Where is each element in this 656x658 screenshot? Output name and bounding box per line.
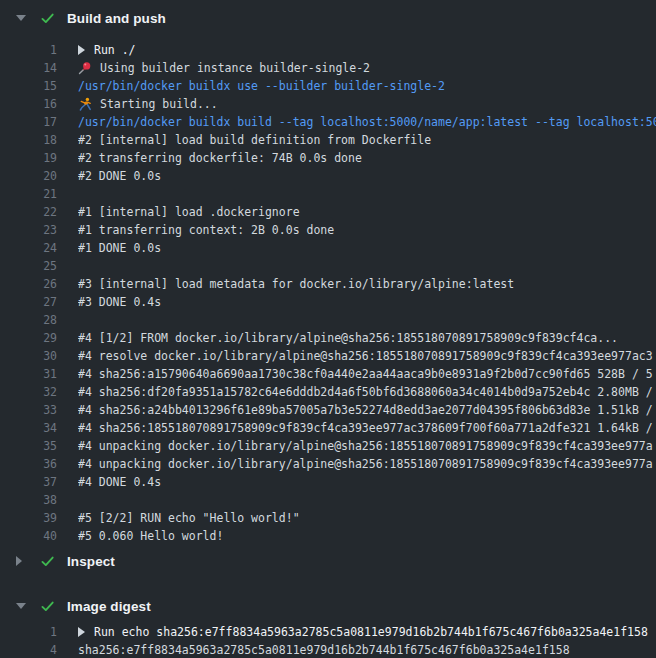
line-text: #4 unpacking docker.io/library/alpine@sh… [78, 439, 653, 453]
line-number: 21 [0, 187, 57, 201]
line-number: 14 [0, 61, 57, 75]
log-line[interactable]: 26#3 [internal] load metadata for docker… [0, 275, 656, 293]
line-text: Starting build... [100, 97, 218, 111]
line-number: 27 [0, 295, 57, 309]
log-section-build-and-push: Build and push 1Run ./14Using builder in… [0, 6, 656, 545]
log-line[interactable]: 16Starting build... [0, 95, 656, 113]
line-content: #3 DONE 0.4s [78, 295, 656, 309]
log-line[interactable]: 1Run ./ [0, 41, 656, 59]
line-content: #4 sha256:a15790640a6690aa1730c38cf0a440… [78, 367, 656, 381]
line-content: #5 0.060 Hello world! [78, 529, 656, 543]
log-line[interactable]: 22#1 [internal] load .dockerignore [0, 203, 656, 221]
log-line[interactable]: 24#1 DONE 0.0s [0, 239, 656, 257]
log-line[interactable]: 40#5 0.060 Hello world! [0, 527, 656, 545]
chevron-down-icon[interactable] [16, 603, 26, 609]
line-text: #1 transferring context: 2B 0.0s done [78, 223, 334, 237]
line-text: #4 sha256:a15790640a6690aa1730c38cf0a440… [78, 367, 653, 381]
line-text: #4 sha256:a24bb4013296f61e89ba57005a7b3e… [78, 403, 653, 417]
check-icon [40, 11, 55, 26]
log-line[interactable]: 18#2 [internal] load build definition fr… [0, 131, 656, 149]
log-lines: 1Run echo sha256:e7ff8834a5963a2785c5a08… [0, 623, 656, 658]
line-number: 31 [0, 367, 57, 381]
line-text: #4 [1/2] FROM docker.io/library/alpine@s… [78, 331, 618, 345]
line-content: #2 transferring dockerfile: 74B 0.0s don… [78, 151, 656, 165]
log-line[interactable]: 38 [0, 491, 656, 509]
log-line[interactable]: 31#4 sha256:a15790640a6690aa1730c38cf0a4… [0, 365, 656, 383]
log-line[interactable]: 28 [0, 311, 656, 329]
log-line[interactable]: 33#4 sha256:a24bb4013296f61e89ba57005a7b… [0, 401, 656, 419]
line-number: 1 [0, 625, 57, 639]
line-text: Run echo sha256:e7ff8834a5963a2785c5a081… [94, 625, 648, 639]
line-content: #5 [2/2] RUN echo "Hello world!" [78, 511, 656, 525]
log-line[interactable]: 15/usr/bin/docker buildx use --builder b… [0, 77, 656, 95]
line-number: 32 [0, 385, 57, 399]
line-number: 26 [0, 277, 57, 291]
line-text: Run ./ [94, 43, 136, 57]
line-number: 36 [0, 457, 57, 471]
section-header-build-and-push[interactable]: Build and push [0, 6, 656, 30]
log-line[interactable]: 4sha256:e7ff8834a5963a2785c5a0811e979d16… [0, 641, 656, 658]
check-icon [40, 554, 55, 569]
expand-group-arrow-icon[interactable] [78, 45, 85, 55]
line-text: #5 [2/2] RUN echo "Hello world!" [78, 511, 300, 525]
line-number: 25 [0, 259, 57, 273]
line-content: Starting build... [78, 97, 656, 111]
line-content: #4 [1/2] FROM docker.io/library/alpine@s… [78, 331, 656, 345]
section-header-image-digest[interactable]: Image digest [0, 594, 656, 618]
line-number: 40 [0, 529, 57, 543]
log-line[interactable]: 37#4 DONE 0.4s [0, 473, 656, 491]
line-number: 20 [0, 169, 57, 183]
line-number: 18 [0, 133, 57, 147]
section-header-inspect[interactable]: Inspect [0, 549, 656, 573]
line-text: #2 DONE 0.0s [78, 169, 161, 183]
line-number: 16 [0, 97, 57, 111]
line-content: #4 unpacking docker.io/library/alpine@sh… [78, 457, 656, 471]
check-icon [40, 599, 55, 614]
line-text: sha256:e7ff8834a5963a2785c5a0811e979d16b… [78, 643, 570, 657]
line-text: #3 DONE 0.4s [78, 295, 161, 309]
log-line[interactable]: 23#1 transferring context: 2B 0.0s done [0, 221, 656, 239]
line-number: 23 [0, 223, 57, 237]
line-content: #4 sha256:df20fa9351a15782c64e6dddb2d4a6… [78, 385, 656, 399]
line-text: #3 [internal] load metadata for docker.i… [78, 277, 514, 291]
line-number: 30 [0, 349, 57, 363]
line-content: sha256:e7ff8834a5963a2785c5a0811e979d16b… [78, 643, 656, 657]
line-content: #4 sha256:a24bb4013296f61e89ba57005a7b3e… [78, 403, 656, 417]
chevron-down-icon[interactable] [16, 15, 26, 21]
chevron-right-icon[interactable] [16, 556, 22, 566]
log-line[interactable]: 29#4 [1/2] FROM docker.io/library/alpine… [0, 329, 656, 347]
line-text: /usr/bin/docker buildx build --tag local… [78, 115, 656, 129]
log-line[interactable]: 34#4 sha256:185518070891758909c9f839cf4c… [0, 419, 656, 437]
log-line[interactable]: 21 [0, 185, 656, 203]
line-content: #1 transferring context: 2B 0.0s done [78, 223, 656, 237]
log-line[interactable]: 17/usr/bin/docker buildx build --tag loc… [0, 113, 656, 131]
log-line[interactable]: 14Using builder instance builder-single-… [0, 59, 656, 77]
log-line[interactable]: 20#2 DONE 0.0s [0, 167, 656, 185]
line-content: #1 [internal] load .dockerignore [78, 205, 656, 219]
line-text: /usr/bin/docker buildx use --builder bui… [78, 79, 445, 93]
log-line[interactable]: 1Run echo sha256:e7ff8834a5963a2785c5a08… [0, 623, 656, 641]
log-section-inspect: Inspect [0, 549, 656, 573]
line-number: 24 [0, 241, 57, 255]
line-number: 19 [0, 151, 57, 165]
line-number: 15 [0, 79, 57, 93]
line-number: 17 [0, 115, 57, 129]
log-line[interactable]: 39#5 [2/2] RUN echo "Hello world!" [0, 509, 656, 527]
pushpin-icon [78, 61, 92, 75]
log-line[interactable]: 19#2 transferring dockerfile: 74B 0.0s d… [0, 149, 656, 167]
line-text: #1 DONE 0.0s [78, 241, 161, 255]
line-content: /usr/bin/docker buildx build --tag local… [78, 115, 656, 129]
line-content: Using builder instance builder-single-2 [78, 61, 656, 75]
line-text: #4 unpacking docker.io/library/alpine@sh… [78, 457, 653, 471]
section-title: Image digest [67, 599, 151, 614]
log-line[interactable]: 27#3 DONE 0.4s [0, 293, 656, 311]
log-line[interactable]: 30#4 resolve docker.io/library/alpine@sh… [0, 347, 656, 365]
line-content: #4 DONE 0.4s [78, 475, 656, 489]
line-number: 22 [0, 205, 57, 219]
log-line[interactable]: 36#4 unpacking docker.io/library/alpine@… [0, 455, 656, 473]
expand-group-arrow-icon[interactable] [78, 627, 85, 637]
log-line[interactable]: 32#4 sha256:df20fa9351a15782c64e6dddb2d4… [0, 383, 656, 401]
log-line[interactable]: 25 [0, 257, 656, 275]
log-line[interactable]: 35#4 unpacking docker.io/library/alpine@… [0, 437, 656, 455]
line-number: 28 [0, 313, 57, 327]
